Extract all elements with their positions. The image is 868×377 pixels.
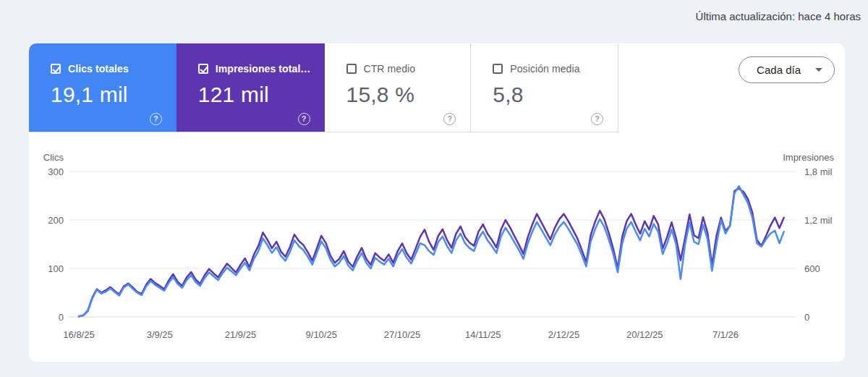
help-icon[interactable]: ? xyxy=(443,113,456,125)
right-axis-tick-label: 0 xyxy=(804,312,809,323)
metric-label: Clics totales xyxy=(68,63,129,75)
position-checkbox[interactable] xyxy=(493,64,503,74)
metrics-row: Clics totales 19,1 mil ? Impresiones tot… xyxy=(29,43,845,132)
metric-card-header: Posición media xyxy=(493,63,618,75)
help-icon[interactable]: ? xyxy=(150,113,162,125)
performance-chart-svg: 010020030006001,2 mil1,8 milClicsImpresi… xyxy=(29,132,845,362)
metric-card-header: Clics totales xyxy=(51,63,176,75)
x-axis-date-label: 3/9/25 xyxy=(147,329,173,340)
right-axis-tick-label: 1,8 mil xyxy=(804,166,832,177)
impressions-checkbox[interactable] xyxy=(198,64,208,74)
granularity-label: Cada día xyxy=(757,64,801,76)
metric-label: Impresiones total… xyxy=(216,63,311,75)
metric-value: 15,8 % xyxy=(346,82,471,107)
x-axis-date-label: 27/10/25 xyxy=(384,329,421,340)
performance-chart: 010020030006001,2 mil1,8 milClicsImpresi… xyxy=(29,132,845,362)
x-axis-date-label: 16/8/25 xyxy=(63,329,94,340)
granularity-dropdown[interactable]: Cada día xyxy=(739,56,835,83)
chart-toolbar: Cada día xyxy=(618,43,845,132)
right-axis-tick-label: 600 xyxy=(804,263,820,274)
metric-label: CTR medio xyxy=(364,63,416,75)
ctr-checkbox[interactable] xyxy=(346,64,357,74)
topbar: Última actualización: hace 4 horas xyxy=(0,0,868,25)
clicks-checkbox[interactable] xyxy=(51,64,61,74)
help-icon[interactable]: ? xyxy=(591,113,603,125)
x-axis-date-label: 21/9/25 xyxy=(225,329,256,340)
performance-report-card: Clics totales 19,1 mil ? Impresiones tot… xyxy=(29,43,845,362)
metric-card-total-clicks[interactable]: Clics totales 19,1 mil ? xyxy=(29,43,176,132)
left-axis-title: Clics xyxy=(43,152,64,163)
metric-card-avg-position[interactable]: Posición media 5,8 ? xyxy=(470,43,618,132)
metric-label: Posición media xyxy=(510,63,579,75)
x-axis-date-label: 2/12/25 xyxy=(548,329,579,340)
x-axis-date-label: 20/12/25 xyxy=(626,329,663,340)
metric-card-total-impressions[interactable]: Impresiones total… 121 mil ? xyxy=(176,43,325,132)
metric-value: 19,1 mil xyxy=(51,82,176,107)
metric-value: 121 mil xyxy=(198,82,325,107)
metric-card-header: Impresiones total… xyxy=(198,63,325,75)
left-axis-tick-label: 100 xyxy=(48,263,64,274)
chevron-down-icon xyxy=(815,68,822,72)
left-axis-tick-label: 0 xyxy=(59,312,64,323)
left-axis-tick-label: 300 xyxy=(48,166,64,177)
x-axis-date-label: 7/1/26 xyxy=(712,329,739,340)
help-icon[interactable]: ? xyxy=(298,113,310,125)
metric-card-header: CTR medio xyxy=(346,63,471,75)
x-axis-date-label: 14/11/25 xyxy=(465,329,501,340)
left-axis-tick-label: 200 xyxy=(48,215,64,226)
metric-cards: Clics totales 19,1 mil ? Impresiones tot… xyxy=(29,43,618,132)
right-axis-tick-label: 1,2 mil xyxy=(804,215,832,226)
right-axis-title: Impresiones xyxy=(783,152,834,163)
metric-card-avg-ctr[interactable]: CTR medio 15,8 % ? xyxy=(325,43,471,132)
metric-value: 5,8 xyxy=(493,82,618,107)
x-axis-date-label: 9/10/25 xyxy=(306,329,337,340)
last-updated-text: Última actualización: hace 4 horas xyxy=(696,10,861,25)
